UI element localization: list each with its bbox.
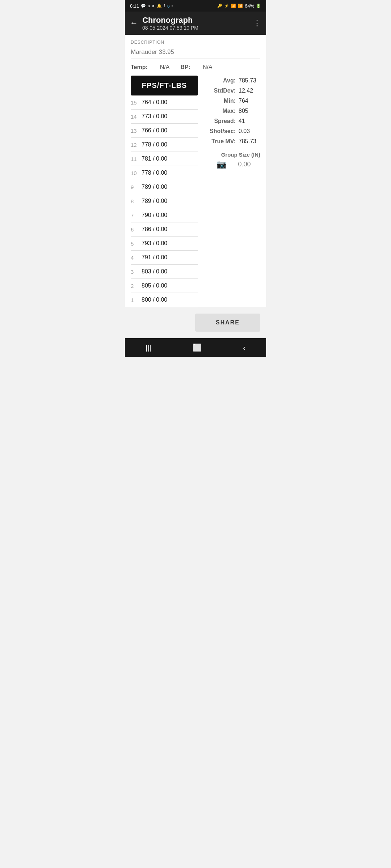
shot-number: 4 bbox=[131, 255, 142, 261]
shot-number: 1 bbox=[131, 297, 142, 303]
spread-label: Spread: bbox=[214, 118, 236, 124]
navigation-icon: ➤ bbox=[152, 4, 155, 8]
shot-value: 778 / 0.00 bbox=[142, 141, 167, 148]
min-label: Min: bbox=[224, 98, 236, 104]
shotsec-value: 0.03 bbox=[239, 128, 260, 135]
stddev-label: StdDev: bbox=[214, 88, 236, 94]
shots-column: FPS/FT-LBS 15764 / 0.0014773 / 0.0013766… bbox=[131, 76, 198, 307]
home-icon[interactable]: ⬜ bbox=[193, 343, 202, 352]
shot-value: 766 / 0.00 bbox=[142, 127, 167, 134]
max-label: Max: bbox=[223, 108, 236, 114]
shot-number: 13 bbox=[131, 128, 142, 134]
shot-value: 773 / 0.00 bbox=[142, 113, 167, 120]
status-right: 🔑 ⚡ 📶 📶 64% 🔋 bbox=[217, 3, 261, 9]
shot-number: 14 bbox=[131, 114, 142, 120]
stat-shotsec: Shot/sec: 0.03 bbox=[202, 126, 260, 136]
back-nav-icon[interactable]: ‹ bbox=[243, 344, 245, 352]
stddev-value: 12.42 bbox=[239, 88, 260, 94]
shot-row: 15764 / 0.00 bbox=[131, 95, 198, 110]
stats-column: Avg: 785.73 StdDev: 12.42 Min: 764 Max: … bbox=[198, 76, 260, 307]
wifi-icon: 📶 bbox=[231, 4, 236, 8]
bottom-area: SHARE bbox=[125, 307, 266, 338]
shot-row: 5793 / 0.00 bbox=[131, 237, 198, 251]
nav-bar: ||| ⬜ ‹ bbox=[125, 338, 266, 357]
shot-row: 10778 / 0.00 bbox=[131, 166, 198, 180]
shot-row: 12778 / 0.00 bbox=[131, 138, 198, 152]
shot-number: 2 bbox=[131, 283, 142, 289]
stat-avg: Avg: 785.73 bbox=[202, 76, 260, 86]
shot-row: 2805 / 0.00 bbox=[131, 279, 198, 293]
status-bar: 8:11 💬 a ➤ 🔔 f ◇ • 🔑 ⚡ 📶 📶 64% 🔋 bbox=[125, 0, 266, 12]
group-size-input[interactable] bbox=[230, 160, 259, 169]
recent-apps-icon[interactable]: ||| bbox=[146, 344, 151, 352]
camera-icon[interactable]: 📷 bbox=[216, 160, 226, 169]
shot-value: 793 / 0.00 bbox=[142, 240, 167, 247]
shot-number: 11 bbox=[131, 156, 142, 162]
dev-icon: ◇ bbox=[167, 4, 170, 8]
stat-truemv: True MV: 785.73 bbox=[202, 136, 260, 146]
avg-label: Avg: bbox=[223, 77, 236, 84]
description-section-label: DESCRIPTION bbox=[131, 35, 260, 46]
data-section: FPS/FT-LBS 15764 / 0.0014773 / 0.0013766… bbox=[131, 76, 260, 307]
header-title-block: Chronograph 08-05-2024 07:53:10 PM bbox=[142, 16, 249, 31]
shot-row: 8789 / 0.00 bbox=[131, 194, 198, 208]
shot-number: 6 bbox=[131, 226, 142, 233]
battery-icon: 🔋 bbox=[256, 4, 261, 8]
shot-value: 789 / 0.00 bbox=[142, 198, 167, 204]
bp-value: N/A bbox=[203, 64, 213, 71]
truemv-value: 785.73 bbox=[239, 138, 260, 145]
key-icon: 🔑 bbox=[217, 4, 222, 8]
shot-number: 10 bbox=[131, 170, 142, 176]
page-subtitle: 08-05-2024 07:53:10 PM bbox=[142, 25, 249, 31]
spread-value: 41 bbox=[239, 118, 260, 124]
avg-value: 785.73 bbox=[239, 77, 260, 84]
signal-icon: 📶 bbox=[238, 4, 243, 8]
message-icon: 💬 bbox=[141, 4, 146, 8]
shot-row: 3803 / 0.00 bbox=[131, 265, 198, 279]
shot-row: 11781 / 0.00 bbox=[131, 152, 198, 166]
shot-number: 15 bbox=[131, 99, 142, 106]
status-left: 8:11 💬 a ➤ 🔔 f ◇ • bbox=[130, 3, 173, 9]
shot-number: 3 bbox=[131, 269, 142, 275]
dot-icon: • bbox=[172, 4, 173, 8]
share-button[interactable]: SHARE bbox=[195, 314, 260, 332]
shot-number: 7 bbox=[131, 212, 142, 218]
page-title: Chronograph bbox=[142, 16, 249, 25]
shotsec-label: Shot/sec: bbox=[210, 128, 236, 135]
shot-value: 800 / 0.00 bbox=[142, 297, 167, 303]
shot-row: 7790 / 0.00 bbox=[131, 208, 198, 222]
unit-toggle-button[interactable]: FPS/FT-LBS bbox=[131, 76, 198, 95]
shot-value: 789 / 0.00 bbox=[142, 184, 167, 190]
shot-value: 791 / 0.00 bbox=[142, 254, 167, 261]
truemv-label: True MV: bbox=[211, 138, 236, 145]
shot-number: 5 bbox=[131, 241, 142, 247]
shot-row: 13766 / 0.00 bbox=[131, 124, 198, 138]
battery-display: 64% bbox=[245, 3, 254, 9]
main-content: DESCRIPTION Temp: N/A BP: N/A FPS/FT-LBS… bbox=[125, 35, 266, 307]
shot-row: 14773 / 0.00 bbox=[131, 110, 198, 124]
meta-row: Temp: N/A BP: N/A bbox=[131, 59, 260, 74]
time-display: 8:11 bbox=[130, 3, 139, 9]
shot-row: 6786 / 0.00 bbox=[131, 222, 198, 237]
group-size-label: Group Size (IN) bbox=[202, 146, 260, 160]
shot-value: 790 / 0.00 bbox=[142, 212, 167, 218]
shot-number: 12 bbox=[131, 142, 142, 148]
shot-value: 803 / 0.00 bbox=[142, 268, 167, 275]
shot-row: 1800 / 0.00 bbox=[131, 293, 198, 307]
shot-value: 778 / 0.00 bbox=[142, 170, 167, 176]
back-button[interactable]: ← bbox=[130, 18, 138, 28]
bp-label: BP: bbox=[180, 64, 190, 71]
stat-stddev: StdDev: 12.42 bbox=[202, 86, 260, 96]
shot-value: 805 / 0.00 bbox=[142, 282, 167, 289]
more-options-button[interactable]: ⋮ bbox=[253, 18, 261, 28]
shot-row: 9789 / 0.00 bbox=[131, 180, 198, 194]
shot-row: 4791 / 0.00 bbox=[131, 251, 198, 265]
bell-icon: 🔔 bbox=[157, 4, 162, 8]
temp-label: Temp: bbox=[131, 64, 148, 71]
max-value: 805 bbox=[239, 108, 260, 114]
bluetooth-icon: ⚡ bbox=[224, 4, 229, 8]
description-input[interactable] bbox=[131, 46, 260, 59]
stat-max: Max: 805 bbox=[202, 106, 260, 116]
group-size-row: 📷 bbox=[202, 160, 260, 169]
stat-min: Min: 764 bbox=[202, 96, 260, 106]
